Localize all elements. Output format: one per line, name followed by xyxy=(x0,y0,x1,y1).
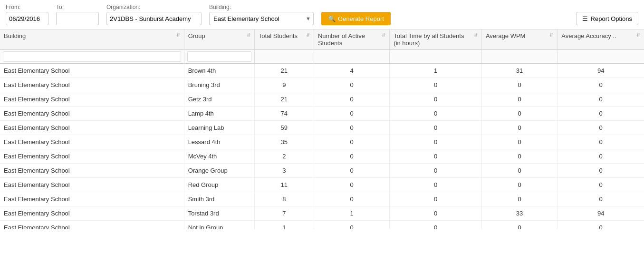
cell-total-time: 0 xyxy=(390,206,482,221)
cell-building: East Elementary School xyxy=(0,149,184,164)
sort-icon-active: ⇵ xyxy=(382,32,385,38)
cell-building: East Elementary School xyxy=(0,135,184,149)
table-row: East Elementary School Getz 3rd 21 0 0 0… xyxy=(0,92,644,107)
col-header-total-students[interactable]: Total Students ⇵ xyxy=(254,29,314,50)
table-row: East Elementary School Not in Group 1 0 … xyxy=(0,221,644,230)
col-header-total-time[interactable]: Total Time by all Students (in hours) ⇵ xyxy=(390,29,482,50)
sort-icon-group: ⇵ xyxy=(247,32,250,38)
cell-total-time: 0 xyxy=(390,221,482,230)
cell-active-students: 0 xyxy=(314,149,389,164)
cell-total-students: 74 xyxy=(254,107,314,121)
cell-group: McVey 4th xyxy=(184,149,254,164)
org-input[interactable] xyxy=(106,12,202,25)
cell-building: East Elementary School xyxy=(0,121,184,135)
table-container: Building ⇵ Group ⇵ Total Students ⇵ xyxy=(0,29,644,229)
cell-building: East Elementary School xyxy=(0,178,184,192)
cell-active-students: 4 xyxy=(314,64,389,78)
filter-cell-group xyxy=(184,50,254,64)
cell-avg-accuracy: 94 xyxy=(557,206,644,221)
cell-total-time: 0 xyxy=(390,164,482,178)
cell-group: Not in Group xyxy=(184,221,254,230)
cell-group: Lamp 4th xyxy=(184,107,254,121)
from-input[interactable] xyxy=(6,12,48,25)
cell-active-students: 0 xyxy=(314,221,389,230)
building-field-group: Building: East Elementary School ▼ xyxy=(209,4,314,25)
cell-total-students: 21 xyxy=(254,92,314,107)
cell-total-time: 0 xyxy=(390,178,482,192)
building-select[interactable]: East Elementary School xyxy=(209,12,314,25)
cell-total-students: 9 xyxy=(254,78,314,92)
col-header-avg-accuracy[interactable]: Average Accuracy .. ⇵ xyxy=(557,29,644,50)
from-label: From: xyxy=(6,4,48,10)
cell-total-students: 3 xyxy=(254,164,314,178)
cell-building: East Elementary School xyxy=(0,92,184,107)
cell-active-students: 0 xyxy=(314,178,389,192)
action-area: 🔍 Generate Report ☰ Report Options xyxy=(321,12,638,25)
table-row: East Elementary School Orange Group 3 0 … xyxy=(0,164,644,178)
report-options-label: Report Options xyxy=(591,15,632,22)
col-header-avg-wpm[interactable]: Average WPM ⇵ xyxy=(481,29,557,50)
cell-total-students: 11 xyxy=(254,178,314,192)
cell-avg-wpm: 0 xyxy=(481,107,557,121)
cell-avg-wpm: 0 xyxy=(481,78,557,92)
cell-total-students: 2 xyxy=(254,149,314,164)
cell-avg-wpm: 0 xyxy=(481,192,557,206)
filter-cell-accuracy xyxy=(557,50,644,64)
generate-report-label: Generate Report xyxy=(338,15,384,22)
table-row: East Elementary School Lamp 4th 74 0 0 0… xyxy=(0,107,644,121)
cell-avg-wpm: 31 xyxy=(481,64,557,78)
filter-input-group[interactable] xyxy=(187,51,251,62)
cell-avg-wpm: 0 xyxy=(481,149,557,164)
to-input[interactable] xyxy=(56,12,99,25)
sort-icon-total: ⇵ xyxy=(306,32,310,38)
cell-avg-accuracy: 0 xyxy=(557,149,644,164)
cell-avg-wpm: 0 xyxy=(481,178,557,192)
table-row: East Elementary School Torstad 3rd 7 1 0… xyxy=(0,206,644,221)
report-options-button[interactable]: ☰ Report Options xyxy=(576,12,638,25)
filter-cell-building xyxy=(0,50,184,64)
hamburger-icon: ☰ xyxy=(582,15,588,22)
cell-avg-accuracy: 0 xyxy=(557,164,644,178)
building-select-wrapper: East Elementary School ▼ xyxy=(209,12,314,25)
cell-total-time: 0 xyxy=(390,92,482,107)
cell-active-students: 0 xyxy=(314,135,389,149)
sort-icon-accuracy: ⇵ xyxy=(636,32,640,38)
table-row: East Elementary School Bruning 3rd 9 0 0… xyxy=(0,78,644,92)
sort-icon-time: ⇵ xyxy=(474,32,478,38)
col-header-group[interactable]: Group ⇵ xyxy=(184,29,254,50)
cell-active-students: 0 xyxy=(314,78,389,92)
col-header-building[interactable]: Building ⇵ xyxy=(0,29,184,50)
cell-group: Bruning 3rd xyxy=(184,78,254,92)
filter-cell-time xyxy=(390,50,482,64)
cell-total-time: 0 xyxy=(390,107,482,121)
filter-input-building[interactable] xyxy=(3,51,181,62)
cell-avg-accuracy: 0 xyxy=(557,121,644,135)
cell-total-time: 0 xyxy=(390,78,482,92)
to-label: To: xyxy=(56,4,99,10)
cell-total-students: 8 xyxy=(254,192,314,206)
cell-avg-wpm: 33 xyxy=(481,206,557,221)
table-filter-row xyxy=(0,50,644,64)
cell-group: Brown 4th xyxy=(184,64,254,78)
cell-total-students: 1 xyxy=(254,221,314,230)
sort-icon-building: ⇵ xyxy=(176,32,180,38)
cell-group: Learning Lab xyxy=(184,121,254,135)
cell-total-time: 1 xyxy=(390,64,482,78)
cell-active-students: 0 xyxy=(314,92,389,107)
cell-total-time: 0 xyxy=(390,192,482,206)
cell-active-students: 0 xyxy=(314,121,389,135)
col-header-active-students[interactable]: Number of Active Students ⇵ xyxy=(314,29,389,50)
cell-total-students: 7 xyxy=(254,206,314,221)
cell-building: East Elementary School xyxy=(0,192,184,206)
filter-cell-active xyxy=(314,50,389,64)
cell-building: East Elementary School xyxy=(0,164,184,178)
building-label: Building: xyxy=(209,4,314,10)
to-field-group: To: xyxy=(56,4,99,25)
table-row: East Elementary School Brown 4th 21 4 1 … xyxy=(0,64,644,78)
table-header-row: Building ⇵ Group ⇵ Total Students ⇵ xyxy=(0,29,644,50)
cell-total-students: 59 xyxy=(254,121,314,135)
report-table: Building ⇵ Group ⇵ Total Students ⇵ xyxy=(0,29,644,229)
org-label: Organization: xyxy=(106,4,202,10)
generate-report-button[interactable]: 🔍 Generate Report xyxy=(321,12,391,25)
cell-building: East Elementary School xyxy=(0,107,184,121)
